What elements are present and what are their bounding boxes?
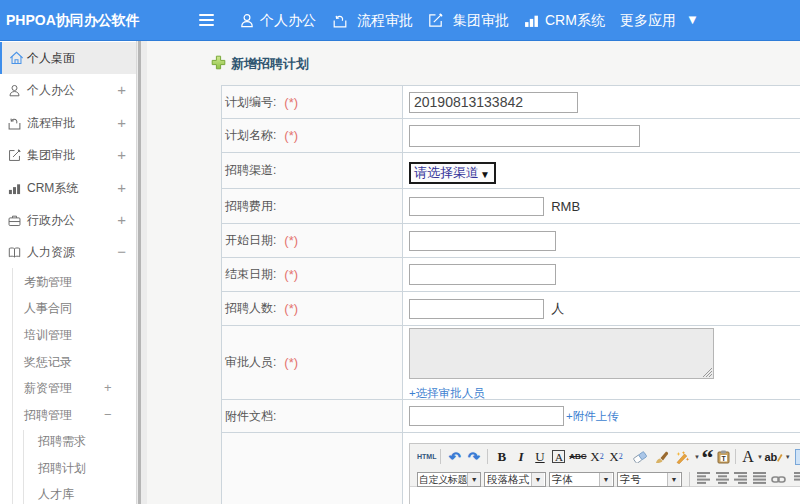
svg-text:T: T [722, 454, 727, 461]
